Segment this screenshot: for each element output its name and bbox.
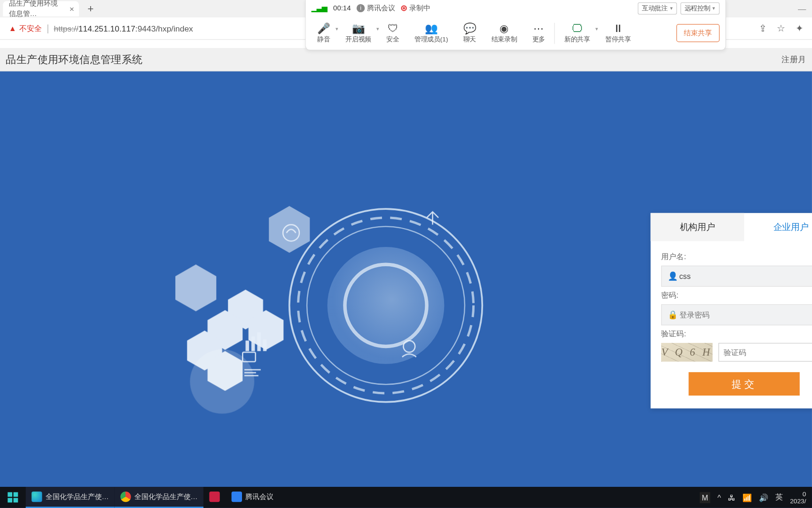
shield-icon: 🛡: [388, 22, 398, 35]
stop-record-button[interactable]: ◉结束录制: [485, 22, 523, 44]
meeting-toolbar: ▁▃▅ 00:14 i腾讯会议 录制中 互动批注 远程控制 🎤▾静音 📷▾开启视…: [305, 0, 726, 50]
username-label: 用户名:: [661, 252, 812, 262]
mic-icon: 🎤: [317, 22, 330, 35]
record-icon: [401, 5, 406, 11]
password-field-wrap: 🔒: [661, 304, 812, 325]
taskbar: 全国化学品生产使… 全国化学品生产使… 腾讯会议 M ^ 🖧 📶 🔊 英 0 2…: [0, 487, 812, 508]
page-header: 品生产使用环境信息管理系统 注册月: [0, 48, 812, 71]
captcha-input[interactable]: [718, 343, 812, 362]
register-link[interactable]: 注册月: [781, 54, 806, 64]
svg-rect-16: [251, 336, 255, 351]
chat-button[interactable]: 💬聊天: [457, 22, 482, 44]
meeting-timer: 00:14: [333, 4, 351, 12]
new-share-button[interactable]: 🖵▾新的共享: [559, 22, 596, 44]
svg-rect-17: [257, 333, 260, 351]
pause-icon: ⏸: [613, 22, 623, 35]
page-title: 品生产使用环境信息管理系统: [6, 52, 142, 66]
lock-icon: 🔒: [666, 310, 679, 319]
svg-marker-10: [175, 264, 216, 311]
submit-button[interactable]: 提交: [688, 372, 799, 396]
meeting-brand: i腾讯会议: [357, 3, 395, 13]
username-input[interactable]: [679, 272, 812, 281]
tencent-meeting-icon: [232, 492, 242, 502]
more-icon: ⋯: [533, 22, 544, 35]
password-input[interactable]: [679, 310, 812, 319]
close-icon[interactable]: ×: [70, 4, 74, 14]
tray-network-icon[interactable]: 🖧: [728, 493, 735, 502]
chat-icon: 💬: [463, 22, 476, 35]
taskbar-app-chrome[interactable]: 全国化学品生产使…: [115, 487, 203, 508]
stop-share-button[interactable]: 结束共享: [676, 24, 719, 42]
tray-chevron-icon[interactable]: ^: [718, 493, 721, 502]
main-content: 机构用户 企业用户 用户名: 👤 密码: 🔒 验证码: V Q 6 H 提交 ➤: [0, 71, 812, 508]
svg-rect-20: [8, 492, 12, 497]
taskbar-app-3[interactable]: [203, 487, 226, 508]
password-label: 密码:: [661, 290, 812, 301]
chrome-icon: [120, 492, 131, 502]
signal-icon: ▁▃▅: [312, 4, 328, 12]
share-icon[interactable]: ⇪: [759, 23, 766, 34]
tray-wifi-icon[interactable]: 📶: [742, 493, 752, 502]
stop-record-icon: ◉: [500, 22, 509, 35]
taskbar-label: 腾讯会议: [245, 492, 273, 502]
url-text[interactable]: https://114.251.10.117:9443/hxp/index: [54, 24, 193, 33]
insecure-badge[interactable]: ▲ 不安全: [9, 23, 42, 33]
remote-control-select[interactable]: 远程控制: [680, 2, 719, 14]
edge-icon: [31, 492, 42, 502]
tab-org-user[interactable]: 机构用户: [651, 213, 744, 241]
more-button[interactable]: ⋯更多: [526, 22, 551, 44]
user-icon: 👤: [666, 271, 679, 281]
mute-button[interactable]: 🎤▾静音: [312, 22, 336, 44]
insecure-label: 不安全: [19, 23, 42, 33]
svg-rect-22: [8, 498, 12, 503]
start-button[interactable]: [0, 487, 26, 508]
taskbar-label: 全国化学品生产使…: [46, 492, 109, 502]
taskbar-clock[interactable]: 0 2023/: [790, 490, 806, 504]
pause-share-button[interactable]: ⏸暂停共享: [600, 22, 637, 44]
browser-tab[interactable]: 品生产使用环境信息管… ×: [3, 1, 79, 16]
security-button[interactable]: 🛡安全: [381, 22, 405, 44]
hero-graphic: [152, 194, 573, 452]
window-minimize-icon[interactable]: —: [798, 4, 806, 14]
taskbar-app-tencent[interactable]: 腾讯会议: [226, 487, 279, 508]
screen-share-icon: 🖵: [572, 22, 582, 35]
taskbar-label: 全国化学品生产使…: [134, 492, 197, 502]
new-tab-button[interactable]: +: [85, 3, 96, 15]
tab-title: 品生产使用环境信息管…: [9, 0, 62, 19]
login-card: 机构用户 企业用户 用户名: 👤 密码: 🔒 验证码: V Q 6 H 提交: [651, 213, 812, 408]
captcha-label: 验证码:: [661, 329, 812, 339]
recording-badge: 录制中: [401, 3, 430, 13]
svg-rect-23: [14, 498, 18, 503]
star-icon[interactable]: ☆: [777, 23, 785, 34]
taskbar-app-edge[interactable]: 全国化学品生产使…: [26, 487, 115, 508]
username-field-wrap: 👤: [661, 266, 812, 287]
members-button[interactable]: 👥管理成员(1): [409, 22, 454, 44]
tray-volume-icon[interactable]: 🔊: [759, 493, 768, 502]
annotation-select[interactable]: 互动批注: [638, 2, 677, 14]
svg-rect-18: [263, 340, 266, 351]
captcha-image[interactable]: V Q 6 H: [661, 343, 712, 362]
tray-ime[interactable]: 英: [775, 492, 783, 502]
svg-rect-15: [245, 341, 249, 351]
people-icon: 👥: [425, 22, 437, 35]
warning-icon: ▲: [9, 24, 16, 33]
svg-rect-21: [14, 492, 18, 497]
extensions-icon[interactable]: ✦: [796, 23, 803, 34]
camera-off-icon: 📷: [352, 22, 365, 35]
app-icon: [209, 492, 219, 502]
tab-enterprise-user[interactable]: 企业用户: [744, 213, 812, 241]
svg-point-19: [190, 349, 254, 414]
tray-icon[interactable]: M: [699, 492, 710, 503]
video-button[interactable]: 📷▾开启视频: [340, 22, 377, 44]
